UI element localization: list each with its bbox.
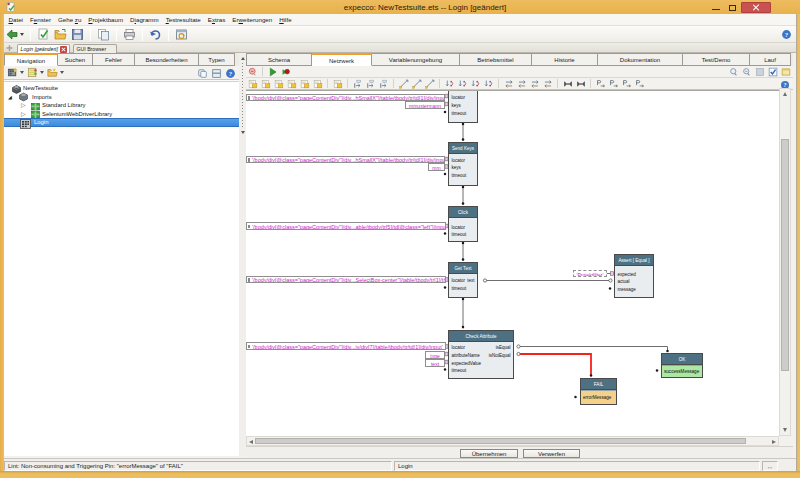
pin-locator[interactable]: locator xyxy=(452,344,466,351)
left-tab-navigation[interactable]: Navigation xyxy=(4,53,58,66)
block-get-text[interactable]: Get Textlocatortexttimeout xyxy=(448,262,478,298)
menu-extras[interactable]: Extras xyxy=(204,14,229,25)
vertical-scroll-thumb[interactable] xyxy=(781,139,789,371)
print-button[interactable] xyxy=(121,27,138,42)
scroll-down-icon[interactable] xyxy=(783,428,787,432)
document-tab-login-geandert[interactable]: Login [geändert] xyxy=(17,44,70,54)
save-button[interactable] xyxy=(69,27,86,42)
new-inline-block-button[interactable] xyxy=(272,78,285,89)
menu-hilfe[interactable]: Hilfe xyxy=(276,14,295,25)
editor-tab-historie[interactable]: Historie xyxy=(532,53,598,66)
editor-tab-dokumentation[interactable]: Dokumentation xyxy=(598,53,683,66)
reload-window-button[interactable] xyxy=(173,27,190,42)
run-button[interactable] xyxy=(266,66,279,77)
value-label-locator-value-4[interactable]: '/body/div[@class="pageContentDiv"]/div.… xyxy=(246,276,446,284)
horizontal-scroll-thumb[interactable] xyxy=(255,438,746,444)
value-label-locator-value-3[interactable]: '/body/div[@class="pageContentDiv"]/div.… xyxy=(246,222,446,230)
order-4-button[interactable] xyxy=(482,78,495,89)
pin-locator[interactable]: locator xyxy=(452,224,466,231)
scroll-right-icon[interactable] xyxy=(772,440,776,444)
swap-2-button[interactable] xyxy=(515,78,528,89)
search-red-button[interactable] xyxy=(246,66,259,77)
rotate-button[interactable] xyxy=(541,78,554,89)
splitter-handle[interactable] xyxy=(242,63,243,128)
align-left-button[interactable] xyxy=(351,78,364,89)
editor-tab-betriebsmittel[interactable]: Betriebsmittel xyxy=(460,53,532,66)
pin-errorMessage[interactable]: errorMessage xyxy=(581,390,616,404)
document-tab-gui-browser[interactable]: GUI Browser xyxy=(73,44,117,54)
connect-ortho-button[interactable] xyxy=(410,78,423,89)
editor-tab-variablenumgebung[interactable]: Variablenumgebung xyxy=(372,53,460,66)
new-item-menu-dropdown[interactable] xyxy=(7,67,24,78)
menu-gehe-zu[interactable]: Gehe zu xyxy=(54,14,84,25)
pin-message[interactable]: message xyxy=(618,286,636,293)
scroll-up-icon[interactable] xyxy=(783,92,787,96)
window-yellow-button[interactable] xyxy=(781,67,791,77)
pin-timeout[interactable]: timeout xyxy=(452,172,467,179)
close-button[interactable] xyxy=(741,2,771,13)
pin-expected[interactable]: expected xyxy=(618,271,636,278)
new-page-button[interactable] xyxy=(298,78,311,89)
undo-button[interactable] xyxy=(147,27,164,42)
copy-view-icon[interactable] xyxy=(197,68,208,79)
block-ok[interactable]: OKsuccessMessage xyxy=(661,353,703,378)
horizontal-scrollbar[interactable] xyxy=(246,436,779,446)
pin-successMessage[interactable]: successMessage xyxy=(662,365,702,377)
help-icon[interactable]: ? xyxy=(225,68,236,79)
new-testsuite-button[interactable] xyxy=(35,27,52,42)
pin-locator[interactable]: locator xyxy=(452,277,466,284)
titlebar[interactable]: expecco: NewTestsuite.ets -- Login [geän… xyxy=(0,0,800,14)
left-tab-fehler[interactable]: Fehler xyxy=(93,53,135,66)
new-frame-button[interactable] xyxy=(311,78,324,89)
value-label-locator-value-1[interactable]: '/body/div[@class="pageContentDiv"]/div.… xyxy=(246,94,445,102)
palette-button[interactable] xyxy=(331,78,344,89)
block-click[interactable]: Clicklocatortimeout xyxy=(448,206,478,242)
pin-b-button[interactable] xyxy=(607,78,620,89)
block-send-keys[interactable]: Send Keyslocatorkeystimeout xyxy=(448,142,478,186)
value-label-expected-value-value[interactable]: text xyxy=(425,359,445,367)
pin-timeout[interactable]: timeout xyxy=(452,285,467,292)
menu-datei[interactable]: Datei xyxy=(5,14,26,25)
apply-button[interactable]: Übernehmen xyxy=(460,449,518,459)
help-icon[interactable]: ? xyxy=(781,29,792,41)
pin-actual[interactable]: actual xyxy=(618,278,630,285)
align-right-button[interactable] xyxy=(377,78,390,89)
pin-keys[interactable]: keys xyxy=(452,102,461,109)
editor-tab-netzwerk[interactable]: Netzwerk xyxy=(312,53,372,66)
block-top-step[interactable]: locatorkeystimeout xyxy=(448,90,478,123)
connect-button[interactable] xyxy=(397,78,410,89)
pin-text[interactable]: text xyxy=(467,277,474,284)
zoom-in-button[interactable] xyxy=(729,67,739,77)
discard-button[interactable]: Verwerfen xyxy=(523,449,580,459)
order-3-button[interactable] xyxy=(469,78,482,89)
value-label-expected-constant[interactable]: 'Projektfilter' xyxy=(573,270,607,277)
fit-square-button[interactable] xyxy=(755,67,765,77)
block-assert-equal[interactable]: Assert [ Equal ]expectedactualmessage xyxy=(614,254,654,298)
resize-grip-icon[interactable]: ↔ xyxy=(762,461,778,471)
editor-tab-schema[interactable]: Schema xyxy=(246,53,312,66)
pin-d-button[interactable] xyxy=(633,78,646,89)
pin-isNotEqual[interactable]: isNotEqual xyxy=(489,352,511,359)
editor-tab-lauf[interactable]: Lauf xyxy=(750,53,791,66)
network-diagram-canvas[interactable]: locatorkeystimeoutSend Keyslocatorkeysti… xyxy=(246,90,779,436)
pin-join-button[interactable] xyxy=(561,78,574,89)
item-kind-menu-dropdown[interactable] xyxy=(27,67,44,78)
minimize-button[interactable] xyxy=(709,2,723,13)
pin-split-button[interactable] xyxy=(574,78,587,89)
value-label-keys-value-2[interactable]: mm xyxy=(428,163,445,171)
back-arrow-button[interactable] xyxy=(4,27,26,42)
splitter-collapse-down-icon[interactable] xyxy=(241,131,245,134)
open-folder-button[interactable] xyxy=(52,27,69,42)
connect-line-button[interactable] xyxy=(423,78,436,89)
order-2-button[interactable] xyxy=(456,78,469,89)
new-block-button[interactable] xyxy=(246,78,259,89)
pin-keys[interactable]: keys xyxy=(452,164,461,171)
menu-projektbaum[interactable]: Projektbaum xyxy=(85,14,127,25)
tab-close-icon[interactable] xyxy=(60,46,67,53)
debug-button[interactable] xyxy=(279,66,292,77)
value-label-attribute-name-value[interactable]: type xyxy=(425,351,445,359)
copy-button[interactable] xyxy=(95,27,112,42)
save-view-icon[interactable] xyxy=(211,68,222,79)
new-block-alt-button[interactable] xyxy=(259,78,272,89)
left-tab-typen[interactable]: Typen xyxy=(199,53,235,66)
